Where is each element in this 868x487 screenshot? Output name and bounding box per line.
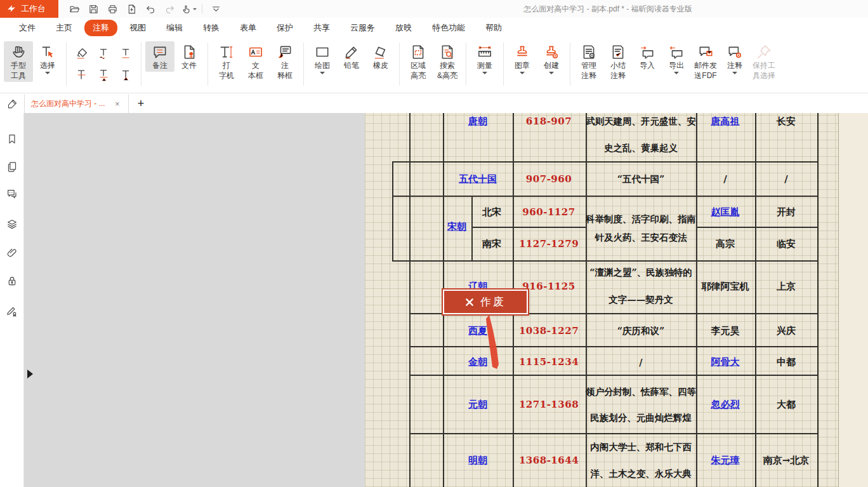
document-view: 唐朝618-907唐高祖长安武则天建周、开元盛世、安史之乱、黄巢起义五代十国90…: [24, 113, 868, 487]
typewriter-icon: [218, 44, 235, 60]
tool-label: 工具: [11, 70, 26, 81]
dropdown-caret-icon: [732, 72, 737, 77]
customize-toolbar-icon[interactable]: [206, 1, 225, 17]
group-divider: [303, 43, 304, 86]
tool-label: 释框: [277, 70, 293, 81]
export-comments-tool[interactable]: 导出: [662, 41, 691, 78]
menu-item-0[interactable]: 文件: [9, 22, 46, 34]
manage-comments-tool[interactable]: 管理注释: [574, 41, 603, 82]
document-tab-bar: 怎么面对高中学习 - ... × +: [0, 94, 868, 114]
menu-item-2[interactable]: 注释: [84, 20, 117, 36]
group-divider: [207, 43, 208, 86]
menu-item-1[interactable]: 主页: [46, 22, 82, 34]
email-fdf-tool[interactable]: 邮件发送FDF: [691, 41, 720, 82]
menu-item-4[interactable]: 编辑: [156, 22, 193, 34]
menu-item-3[interactable]: 视图: [119, 22, 156, 34]
menu-item-6[interactable]: 表单: [230, 22, 266, 34]
tool-label: 铅笔: [344, 60, 359, 70]
attachments-icon[interactable]: [6, 247, 18, 259]
pages-icon[interactable]: [6, 161, 18, 173]
select-tool[interactable]: 选择: [33, 41, 62, 78]
menu-item-11[interactable]: 特色功能: [422, 22, 475, 34]
callout-tool[interactable]: 注释框: [270, 41, 299, 82]
note-icon: [152, 44, 168, 60]
panel-expand-handle[interactable]: [27, 370, 33, 378]
highlight-text-tool[interactable]: [72, 44, 91, 62]
summarize-comments-tool[interactable]: 小结注释: [603, 41, 633, 82]
ribbon-group-7: 图章创建: [508, 41, 566, 78]
tool-label: 字机: [219, 70, 234, 81]
tool-label: 小结: [610, 60, 626, 70]
tool-label: 注释: [727, 60, 742, 70]
export-icon: [668, 44, 685, 60]
new-tab-button[interactable]: +: [138, 98, 145, 109]
replace-text-tool[interactable]: [95, 66, 114, 84]
tab-close-icon[interactable]: ×: [113, 99, 122, 109]
security-icon[interactable]: [6, 276, 18, 288]
tool-label: 文: [252, 60, 260, 70]
open-icon[interactable]: [65, 1, 84, 17]
workspace-button[interactable]: 工作台: [0, 0, 58, 18]
comments-icon[interactable]: [6, 189, 18, 201]
tool-label: 本框: [248, 70, 263, 81]
squiggly-underline-tool[interactable]: [95, 44, 114, 62]
draw-tool[interactable]: 绘图: [308, 41, 337, 78]
dropdown-caret-icon: [520, 72, 525, 77]
tool-label: 具选择: [753, 70, 775, 81]
pencil-annotation[interactable]: [365, 113, 868, 487]
underline-tool[interactable]: [117, 44, 136, 62]
pencil-tool[interactable]: 铅笔: [337, 41, 366, 72]
search-highlight-tool[interactable]: 搜索&高亮: [433, 41, 462, 82]
measure-icon: [477, 44, 493, 60]
note-tool[interactable]: 备注: [145, 41, 174, 72]
redo-icon[interactable]: [160, 1, 179, 17]
tool-label: 手型: [11, 60, 26, 70]
typewriter-tool[interactable]: 打字机: [212, 41, 241, 82]
file-attach-tool[interactable]: 文件: [174, 41, 204, 72]
comments-tool[interactable]: 注释: [720, 41, 749, 78]
tab-label: 怎么面对高中学习 - ...: [31, 98, 105, 109]
import-comments-tool[interactable]: 导入: [633, 41, 662, 72]
hand-pointer-icon[interactable]: [179, 1, 198, 17]
save-icon[interactable]: [84, 1, 103, 17]
layers-icon[interactable]: [6, 218, 18, 230]
group-divider: [570, 43, 570, 86]
tool-label: 邮件发: [694, 60, 717, 70]
tool-label: &高亮: [437, 70, 457, 81]
dropdown-caret-icon: [674, 72, 679, 77]
tool-label: 注释: [610, 70, 626, 81]
eraser-tool[interactable]: 橡皮: [366, 41, 395, 72]
tab-document[interactable]: 怎么面对高中学习 - ... ×: [24, 95, 129, 113]
void-stamp[interactable]: 作废: [443, 290, 528, 314]
tool-label: 搜索: [440, 60, 455, 70]
summarize-icon: [610, 44, 626, 60]
menu-item-5[interactable]: 转换: [193, 22, 230, 34]
bookmarks-icon[interactable]: [6, 133, 18, 145]
tab-annotate-icon[interactable]: [0, 98, 24, 109]
tool-label: 高亮: [411, 70, 426, 81]
dropdown-caret-icon: [549, 72, 554, 77]
create-stamp-tool[interactable]: 创建: [537, 41, 566, 78]
insert-text-tool[interactable]: [117, 66, 136, 84]
menu-item-12[interactable]: 帮助: [475, 22, 512, 34]
menu-item-9[interactable]: 云服务: [340, 22, 385, 34]
ribbon-group-1: [70, 41, 137, 86]
textbox-tool[interactable]: 文本框: [241, 41, 270, 82]
undo-icon[interactable]: [141, 1, 160, 17]
menu-item-10[interactable]: 放映: [385, 22, 422, 34]
tool-label: 测量: [477, 60, 492, 70]
tool-label: 备注: [152, 60, 168, 70]
menu-item-8[interactable]: 共享: [303, 22, 340, 34]
measure-tool[interactable]: 测量: [470, 41, 499, 78]
hand-tool[interactable]: 手型工具: [4, 41, 33, 82]
dropdown-caret-icon: [482, 72, 487, 77]
strikeout-tool[interactable]: [72, 66, 91, 84]
area-highlight-tool[interactable]: 区域高亮: [404, 41, 433, 82]
menu-item-7[interactable]: 保护: [266, 22, 303, 34]
signature-icon[interactable]: [6, 305, 18, 317]
add-page-icon[interactable]: [122, 1, 141, 17]
tool-label: 保持工: [753, 60, 775, 70]
stamp-tool[interactable]: 图章: [508, 41, 537, 78]
area-highlight-icon: [410, 44, 426, 60]
print-icon[interactable]: [103, 1, 122, 17]
